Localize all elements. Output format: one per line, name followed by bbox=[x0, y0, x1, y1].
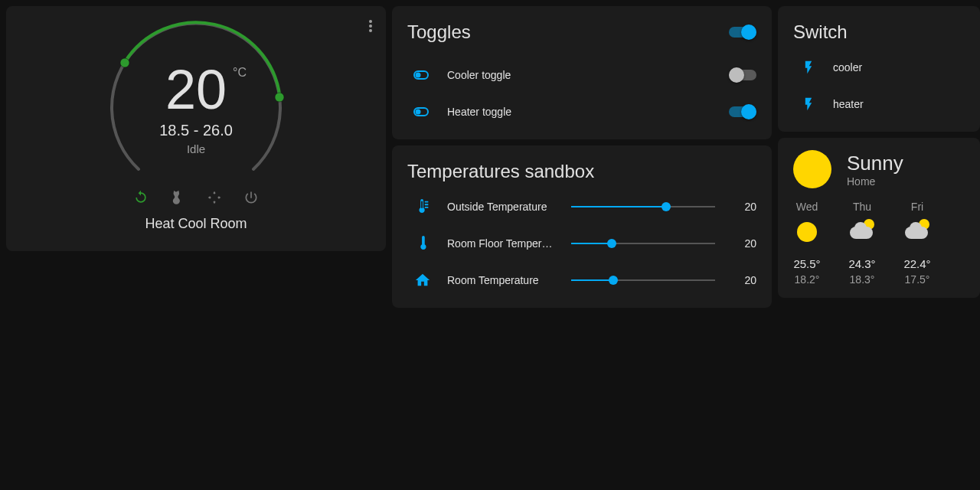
toggle-icon bbox=[407, 106, 438, 117]
thermometer-lines-icon bbox=[407, 198, 438, 215]
forecast-hi: 22.4° bbox=[903, 257, 930, 270]
forecast-day: Wed 25.5° 18.2° bbox=[793, 201, 821, 286]
thermostat-name: Heat Cool Room bbox=[145, 216, 247, 232]
toggles-title: Toggles bbox=[407, 21, 471, 43]
forecast-lo: 18.3° bbox=[850, 273, 875, 286]
forecast-hi: 24.3° bbox=[848, 257, 875, 270]
temp-row-outside: Outside Temperature 20 bbox=[392, 188, 772, 225]
outside-temp-value: 20 bbox=[733, 201, 756, 213]
thermostat-card: 20 °C 18.5 - 26.0 Idle Heat Cool Room bbox=[6, 6, 386, 251]
temp-row-floor: Room Floor Temperat… 20 bbox=[392, 225, 772, 262]
forecast-lo: 17.5° bbox=[905, 273, 930, 286]
toggles-card: Toggles Cooler toggle Heater bbox=[392, 6, 772, 139]
thermostat-temp: 20 °C bbox=[165, 62, 227, 117]
svg-point-0 bbox=[369, 20, 372, 23]
temp-label: Outside Temperature bbox=[438, 201, 553, 213]
room-temp-value: 20 bbox=[733, 274, 756, 286]
temperatures-card: Temperatures sandbox Outside Temperature… bbox=[392, 145, 772, 308]
forecast-day: Fri 22.4° 17.5° bbox=[903, 201, 931, 286]
floor-temp-slider[interactable] bbox=[571, 236, 715, 251]
switch-title: Switch bbox=[778, 6, 980, 43]
forecast-day-name: Wed bbox=[796, 201, 818, 213]
forecast-hi: 25.5° bbox=[793, 257, 820, 270]
weather-card[interactable]: Sunny Home Wed 25.5° 18.2° Thu 24.3° 18.… bbox=[778, 138, 980, 298]
weather-forecast: Wed 25.5° 18.2° Thu 24.3° 18.3° Fri 22.4… bbox=[793, 201, 965, 286]
floor-temp-value: 20 bbox=[733, 237, 756, 250]
temp-label: Room Temperature bbox=[438, 274, 553, 286]
forecast-day-name: Thu bbox=[853, 201, 871, 213]
svg-point-2 bbox=[369, 29, 372, 32]
svg-point-1 bbox=[369, 24, 372, 28]
svg-point-8 bbox=[416, 109, 421, 115]
svg-point-6 bbox=[416, 73, 421, 78]
thermometer-icon bbox=[407, 235, 438, 252]
partly-cloudy-icon bbox=[848, 219, 876, 247]
flash-icon bbox=[793, 60, 824, 75]
thermostat-unit: °C bbox=[233, 67, 247, 79]
thermostat-state: Idle bbox=[96, 142, 296, 155]
thermostat-range: 18.5 - 26.0 bbox=[96, 122, 296, 139]
partly-cloudy-icon bbox=[903, 219, 931, 247]
more-icon[interactable] bbox=[369, 20, 372, 32]
temp-label: Room Floor Temperat… bbox=[438, 237, 553, 250]
temp-row-room: Room Temperature 20 bbox=[392, 262, 772, 299]
toggle-label: Cooler toggle bbox=[438, 69, 729, 81]
weather-condition: Sunny bbox=[847, 152, 903, 175]
cooler-toggle-switch[interactable] bbox=[729, 70, 756, 80]
toggle-row-cooler: Cooler toggle bbox=[392, 57, 772, 93]
room-temp-slider[interactable] bbox=[571, 273, 715, 288]
switch-row-heater[interactable]: heater bbox=[778, 86, 980, 122]
toggle-label: Heater toggle bbox=[438, 106, 729, 118]
switch-row-cooler[interactable]: cooler bbox=[778, 49, 980, 86]
weather-now-icon bbox=[793, 150, 831, 188]
sunny-icon bbox=[793, 219, 821, 247]
forecast-day-name: Fri bbox=[911, 201, 923, 213]
home-thermometer-icon bbox=[407, 272, 438, 289]
switch-card: Switch cooler heater bbox=[778, 6, 980, 132]
toggle-icon bbox=[407, 70, 438, 80]
switch-label: heater bbox=[824, 98, 965, 110]
forecast-day: Thu 24.3° 18.3° bbox=[848, 201, 876, 286]
heater-toggle-switch[interactable] bbox=[729, 106, 756, 117]
flash-icon bbox=[793, 96, 824, 112]
forecast-lo: 18.2° bbox=[795, 273, 820, 286]
toggle-row-heater: Heater toggle bbox=[392, 93, 772, 130]
weather-location: Home bbox=[847, 175, 903, 188]
outside-temp-slider[interactable] bbox=[571, 199, 715, 214]
temperatures-title: Temperatures sandbox bbox=[392, 145, 772, 182]
switch-label: cooler bbox=[824, 61, 965, 74]
toggles-master-switch[interactable] bbox=[729, 27, 756, 38]
thermostat-dial[interactable]: 20 °C 18.5 - 26.0 Idle bbox=[96, 20, 296, 196]
